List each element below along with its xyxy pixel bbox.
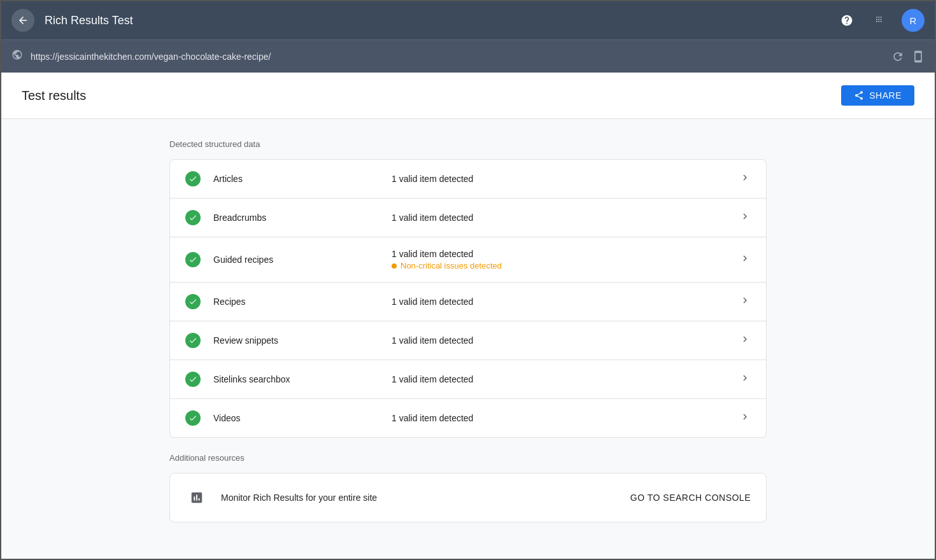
- row-item-name: Guided recipes: [213, 255, 392, 265]
- detected-section: Detected structured data Articles1 valid…: [169, 139, 767, 438]
- results-header: Test results SHARE: [1, 73, 935, 119]
- url-actions: [891, 50, 925, 63]
- row-status: 1 valid item detected: [392, 297, 739, 307]
- content-inner: Detected structured data Articles1 valid…: [1, 119, 935, 543]
- content-scroll[interactable]: Detected structured data Articles1 valid…: [1, 119, 935, 560]
- chevron-right-icon: [739, 253, 751, 267]
- detected-card: Articles1 valid item detectedBreadcrumbs…: [169, 159, 767, 438]
- structured-data-row[interactable]: Review snippets1 valid item detected: [170, 321, 766, 360]
- check-icon: [185, 294, 201, 309]
- row-status: 1 valid item detectedNon-critical issues…: [392, 249, 739, 270]
- structured-data-row[interactable]: Articles1 valid item detected: [170, 160, 766, 199]
- chevron-right-icon: [739, 372, 751, 387]
- top-icons-group: R: [835, 9, 925, 32]
- status-valid-text: 1 valid item detected: [392, 335, 739, 346]
- structured-data-row[interactable]: Breadcrumbs1 valid item detected: [170, 199, 766, 237]
- additional-section-label: Additional resources: [169, 453, 767, 463]
- status-valid-text: 1 valid item detected: [392, 174, 739, 184]
- refresh-button[interactable]: [891, 50, 904, 63]
- row-item-name: Sitelinks searchbox: [213, 374, 392, 384]
- structured-data-row[interactable]: Recipes1 valid item detected: [170, 283, 766, 321]
- additional-section: Additional resources Monitor Rich Result…: [169, 453, 767, 522]
- chevron-right-icon: [739, 411, 751, 426]
- status-valid-text: 1 valid item detected: [392, 374, 739, 384]
- grid-button[interactable]: [869, 9, 891, 32]
- status-valid-text: 1 valid item detected: [392, 249, 739, 259]
- row-item-name: Review snippets: [213, 335, 392, 346]
- status-valid-text: 1 valid item detected: [392, 413, 739, 423]
- row-status: 1 valid item detected: [392, 413, 739, 423]
- main-content: Test results SHARE Detected structured d…: [1, 73, 935, 560]
- status-valid-text: 1 valid item detected: [392, 297, 739, 307]
- chevron-right-icon: [739, 172, 751, 186]
- resource-card: Monitor Rich Results for your entire sit…: [169, 473, 767, 522]
- back-button[interactable]: [11, 9, 34, 32]
- app-title: Rich Results Test: [45, 14, 825, 27]
- resource-text: Monitor Rich Results for your entire sit…: [221, 493, 618, 503]
- warning-dot-icon: [392, 263, 397, 269]
- mobile-view-button[interactable]: [912, 50, 925, 63]
- row-item-name: Videos: [213, 413, 392, 423]
- row-status: 1 valid item detected: [392, 174, 739, 184]
- check-icon: [185, 410, 201, 426]
- row-status: 1 valid item detected: [392, 374, 739, 384]
- share-label: SHARE: [869, 90, 902, 101]
- chevron-right-icon: [739, 211, 751, 225]
- check-icon: [185, 171, 201, 186]
- row-status: 1 valid item detected: [392, 335, 739, 346]
- check-icon: [185, 210, 201, 225]
- detected-section-label: Detected structured data: [169, 139, 767, 149]
- row-status: 1 valid item detected: [392, 213, 739, 223]
- row-item-name: Articles: [213, 174, 392, 184]
- chevron-right-icon: [739, 333, 751, 348]
- status-valid-text: 1 valid item detected: [392, 213, 739, 223]
- results-title: Test results: [22, 88, 86, 103]
- help-button[interactable]: [835, 9, 858, 32]
- globe-icon: [11, 49, 23, 64]
- avatar[interactable]: R: [902, 9, 925, 32]
- share-button[interactable]: SHARE: [841, 85, 914, 106]
- row-item-name: Recipes: [213, 297, 392, 307]
- check-icon: [185, 372, 201, 387]
- structured-data-row[interactable]: Videos1 valid item detected: [170, 399, 766, 437]
- check-icon: [185, 252, 201, 267]
- url-display: https://jessicainthekitchen.com/vegan-ch…: [31, 52, 884, 62]
- top-bar: Rich Results Test R: [1, 1, 935, 39]
- structured-data-row[interactable]: Sitelinks searchbox1 valid item detected: [170, 360, 766, 399]
- resource-icon: [185, 486, 208, 509]
- go-to-search-console-link[interactable]: GO TO SEARCH CONSOLE: [630, 493, 751, 503]
- chevron-right-icon: [739, 295, 751, 309]
- structured-data-row[interactable]: Guided recipes1 valid item detectedNon-c…: [170, 237, 766, 283]
- warning-label: Non-critical issues detected: [401, 261, 502, 270]
- url-bar: https://jessicainthekitchen.com/vegan-ch…: [1, 39, 935, 73]
- row-item-name: Breadcrumbs: [213, 213, 392, 223]
- check-icon: [185, 333, 201, 348]
- status-warning-text: Non-critical issues detected: [392, 261, 739, 270]
